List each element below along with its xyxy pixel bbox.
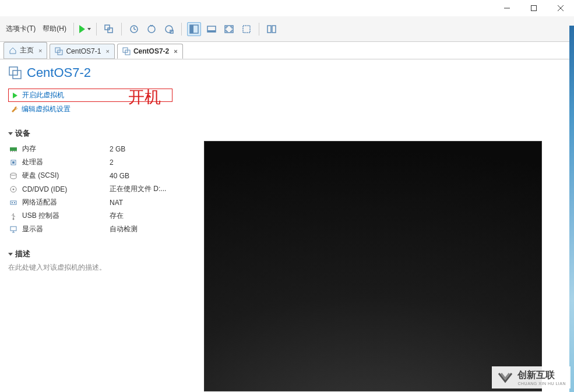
- menu-tab-options[interactable]: 选项卡(T): [2, 22, 39, 36]
- stretch-button[interactable]: [240, 22, 253, 36]
- tab-home[interactable]: 主页 ×: [3, 42, 47, 59]
- menu-help[interactable]: 帮助(H): [39, 22, 70, 36]
- close-button[interactable]: [547, 0, 574, 16]
- device-row-cd[interactable]: CD/DVD (IDE)正在使用文件 D:...: [8, 182, 172, 196]
- tab-label: CentOS7-2: [133, 47, 169, 55]
- action-label: 编辑虚拟机设置: [22, 104, 71, 114]
- menubar: 选项卡(T) 帮助(H): [0, 16, 574, 42]
- svg-rect-25: [13, 70, 21, 79]
- svg-rect-15: [207, 30, 216, 32]
- device-label: CD/DVD (IDE): [22, 185, 110, 193]
- device-row-memory[interactable]: 内存2 GB: [8, 142, 172, 156]
- maximize-button[interactable]: [520, 0, 547, 16]
- device-row-net[interactable]: 网络适配器NAT: [8, 196, 172, 209]
- close-icon[interactable]: ×: [105, 48, 109, 55]
- device-label: 硬盘 (SCSI): [22, 171, 110, 181]
- svg-rect-29: [14, 151, 15, 152]
- disk-icon: [8, 172, 19, 180]
- chevron-down-icon: [8, 253, 13, 256]
- tabbar: 主页 × CentOS7-1 × CentOS7-2 ×: [0, 42, 574, 59]
- device-value: 40 GB: [110, 172, 129, 180]
- display-icon: [8, 225, 19, 234]
- device-label: USB 控制器: [22, 211, 110, 221]
- svg-rect-30: [16, 151, 16, 152]
- svg-rect-37: [12, 202, 13, 203]
- device-row-cpu[interactable]: 处理器2: [8, 156, 172, 169]
- svg-rect-13: [190, 25, 193, 33]
- snapshot-manager-button[interactable]: [162, 22, 176, 36]
- watermark-brand: 创新互联: [517, 369, 566, 382]
- svg-rect-36: [10, 201, 16, 204]
- library-button[interactable]: [265, 22, 279, 36]
- device-row-disk[interactable]: 硬盘 (SCSI)40 GB: [8, 169, 172, 182]
- close-icon[interactable]: ×: [174, 48, 177, 55]
- device-row-usb[interactable]: USB 控制器存在: [8, 209, 172, 223]
- usb-icon: [8, 212, 19, 220]
- memory-icon: [8, 145, 19, 153]
- tab-label: CentOS7-1: [66, 47, 101, 55]
- description-section-header[interactable]: 描述: [8, 249, 172, 259]
- device-value: NAT: [110, 199, 123, 207]
- view-unity-button[interactable]: [205, 22, 219, 36]
- cd-icon: [8, 185, 19, 193]
- vm-summary-panel: CentOS7-2 开启此虚拟机 编辑虚拟机设置 设备 内存2 GB处理器2硬盘…: [0, 59, 181, 392]
- description-placeholder[interactable]: 在此处键入对该虚拟机的描述。: [8, 263, 172, 273]
- device-row-display[interactable]: 显示器自动检测: [8, 223, 172, 236]
- device-label: 内存: [22, 144, 110, 154]
- vm-icon: [8, 66, 22, 80]
- home-icon: [9, 47, 17, 55]
- devices-section-header[interactable]: 设备: [8, 128, 172, 139]
- device-label: 网络适配器: [22, 197, 110, 207]
- svg-rect-27: [10, 151, 11, 152]
- svg-rect-38: [14, 202, 15, 203]
- svg-point-10: [165, 26, 172, 33]
- svg-point-35: [13, 188, 15, 190]
- tab-centos72[interactable]: CentOS7-2 ×: [117, 44, 183, 59]
- power-on-button[interactable]: [78, 24, 93, 34]
- watermark-sub: CHUANG XIN HU LIAN: [517, 382, 566, 386]
- minimize-button[interactable]: [494, 0, 520, 16]
- snapshot-revert-button[interactable]: [145, 22, 159, 36]
- vm-icon: [122, 47, 131, 55]
- svg-rect-17: [243, 26, 250, 33]
- snapshot-button[interactable]: [127, 22, 141, 36]
- svg-rect-5: [108, 28, 112, 33]
- device-value: 2 GB: [110, 145, 125, 153]
- close-icon[interactable]: ×: [38, 47, 42, 54]
- device-label: 显示器: [22, 224, 110, 234]
- net-icon: [8, 199, 19, 207]
- window-edge-decoration: [569, 26, 574, 392]
- send-to-back-button[interactable]: [102, 22, 116, 36]
- vm-header: CentOS7-2: [8, 65, 172, 80]
- devices-list: 内存2 GB处理器2硬盘 (SCSI)40 GBCD/DVD (IDE)正在使用…: [8, 142, 172, 236]
- device-label: 处理器: [22, 157, 110, 167]
- tab-label: 主页: [20, 45, 34, 55]
- svg-rect-24: [9, 67, 17, 75]
- vm-screen-preview[interactable]: [204, 141, 542, 391]
- chevron-down-icon: [8, 132, 13, 135]
- cpu-icon: [8, 158, 19, 167]
- wrench-icon: [10, 105, 19, 114]
- view-console-button[interactable]: [187, 22, 201, 36]
- svg-rect-4: [105, 25, 110, 30]
- chevron-down-icon: [87, 28, 91, 30]
- svg-rect-40: [10, 227, 16, 231]
- watermark: 创新互联 CHUANG XIN HU LIAN: [492, 366, 571, 389]
- tab-centos71[interactable]: CentOS7-1 ×: [50, 44, 114, 59]
- svg-rect-28: [12, 151, 13, 152]
- svg-rect-32: [12, 161, 15, 164]
- svg-line-8: [134, 29, 136, 30]
- preview-panel: [181, 59, 574, 392]
- device-value: 2: [110, 158, 114, 167]
- svg-rect-26: [10, 147, 17, 151]
- device-value: 正在使用文件 D:...: [110, 184, 166, 194]
- svg-point-39: [13, 218, 15, 220]
- device-value: 存在: [110, 211, 124, 221]
- svg-point-9: [148, 26, 155, 33]
- watermark-logo-icon: [496, 369, 514, 386]
- svg-rect-1: [531, 6, 537, 11]
- vm-icon: [55, 47, 63, 55]
- play-icon: [79, 25, 85, 33]
- vm-title: CentOS7-2: [27, 65, 91, 80]
- fullscreen-button[interactable]: [222, 22, 236, 36]
